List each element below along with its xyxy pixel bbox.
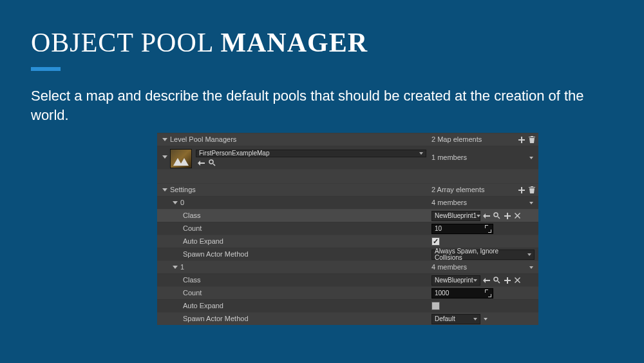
settings-row: Settings 2 Array elements bbox=[157, 183, 538, 196]
chevron-down-icon[interactable] bbox=[529, 157, 533, 159]
browse-icon[interactable] bbox=[208, 159, 216, 167]
page-title: OBJECT POOL MANAGER bbox=[31, 27, 613, 58]
title-bold: MANAGER bbox=[220, 28, 368, 57]
class-value: NewBlueprint1 bbox=[435, 213, 477, 219]
class-label: Class bbox=[183, 277, 201, 284]
svg-point-1 bbox=[494, 213, 498, 217]
entry-index: 1 bbox=[180, 264, 184, 271]
browse-icon[interactable] bbox=[493, 211, 501, 220]
arrow-left-icon[interactable] bbox=[197, 159, 205, 167]
expand-icon[interactable] bbox=[173, 201, 178, 204]
details-panel: Level Pool Managers 2 Map elements First bbox=[157, 133, 538, 325]
auto-expand-checkbox[interactable]: ✓ bbox=[431, 237, 440, 246]
expand-icon[interactable] bbox=[162, 188, 167, 191]
chevron-down-icon bbox=[527, 253, 531, 256]
map-summary: 1 members bbox=[431, 154, 467, 161]
add-icon[interactable] bbox=[517, 186, 526, 194]
chevron-down-icon bbox=[473, 279, 477, 282]
arrow-left-icon[interactable] bbox=[482, 276, 491, 284]
trash-icon[interactable] bbox=[527, 186, 536, 194]
add-icon[interactable] bbox=[503, 211, 511, 220]
spawn-method-dropdown[interactable]: Always Spawn, Ignore Collisions bbox=[431, 250, 535, 260]
browse-icon[interactable] bbox=[493, 276, 501, 284]
class-dropdown[interactable]: NewBlueprint bbox=[431, 275, 480, 286]
count-value: 1000 bbox=[435, 290, 449, 297]
count-row: Count 10 bbox=[157, 222, 538, 235]
auto-expand-checkbox[interactable]: ✓ bbox=[431, 302, 440, 310]
count-label: Count bbox=[183, 225, 202, 232]
count-value: 10 bbox=[435, 226, 442, 232]
class-label: Class bbox=[183, 212, 201, 219]
class-value: NewBlueprint bbox=[435, 277, 473, 284]
svg-point-0 bbox=[209, 160, 213, 164]
entry-summary: 4 members bbox=[431, 264, 467, 271]
class-dropdown[interactable]: NewBlueprint1 bbox=[431, 211, 480, 221]
title-thin: OBJECT POOL bbox=[31, 28, 220, 57]
map-name: FirstPersonExampleMap bbox=[199, 150, 269, 157]
map-dropdown[interactable]: FirstPersonExampleMap bbox=[196, 150, 426, 157]
spacer bbox=[157, 169, 538, 183]
expand-icon[interactable] bbox=[162, 138, 167, 141]
arrow-left-icon[interactable] bbox=[482, 211, 491, 220]
trash-icon[interactable] bbox=[527, 135, 536, 144]
spawn-method-row: Spawn Actor Method Always Spawn, Ignore … bbox=[157, 248, 538, 260]
auto-expand-label: Auto Expand bbox=[183, 302, 223, 309]
auto-expand-row: Auto Expand ✓ bbox=[157, 299, 538, 312]
entry-header-0: 0 4 members bbox=[157, 196, 538, 209]
svg-point-2 bbox=[494, 277, 498, 281]
spawn-method-value: Default bbox=[435, 316, 455, 322]
auto-expand-label: Auto Expand bbox=[183, 238, 223, 245]
map-row: FirstPersonExampleMap 1 members bbox=[157, 146, 538, 169]
expand-corners-icon bbox=[485, 225, 491, 233]
expand-icon[interactable] bbox=[173, 266, 178, 269]
spawn-method-row: Spawn Actor Method Default bbox=[157, 312, 538, 325]
add-icon[interactable] bbox=[503, 276, 511, 284]
add-icon[interactable] bbox=[517, 135, 526, 144]
clear-icon[interactable] bbox=[513, 211, 522, 220]
map-thumbnail bbox=[170, 149, 192, 168]
chevron-down-icon bbox=[477, 215, 480, 217]
entry-header-1: 1 4 members bbox=[157, 260, 538, 273]
header-row: Level Pool Managers 2 Map elements bbox=[157, 133, 538, 146]
settings-label: Settings bbox=[170, 186, 196, 193]
spawn-method-label: Spawn Actor Method bbox=[183, 251, 249, 258]
expand-icon[interactable] bbox=[162, 155, 167, 159]
auto-expand-row: Auto Expand ✓ bbox=[157, 235, 538, 248]
count-input[interactable]: 10 bbox=[431, 224, 493, 234]
subtitle: Select a map and describe the default po… bbox=[31, 86, 613, 124]
class-row: Class NewBlueprint bbox=[157, 273, 538, 286]
header-label: Level Pool Managers bbox=[170, 136, 236, 143]
clear-icon[interactable] bbox=[513, 276, 522, 284]
count-input[interactable]: 1000 bbox=[431, 288, 493, 299]
spawn-method-value: Always Spawn, Ignore Collisions bbox=[435, 248, 527, 261]
chevron-down-icon[interactable] bbox=[529, 202, 533, 204]
count-label: Count bbox=[183, 289, 202, 297]
chevron-down-icon bbox=[419, 152, 423, 155]
spawn-method-dropdown[interactable]: Default bbox=[431, 314, 480, 324]
chevron-down-icon bbox=[473, 318, 477, 320]
chevron-down-icon[interactable] bbox=[529, 266, 533, 269]
header-summary: 2 Map elements bbox=[431, 136, 482, 143]
chevron-down-icon[interactable] bbox=[484, 318, 488, 320]
title-underline bbox=[31, 67, 61, 71]
count-row: Count 1000 bbox=[157, 286, 538, 299]
entry-summary: 4 members bbox=[431, 199, 467, 206]
spawn-method-label: Spawn Actor Method bbox=[183, 315, 249, 322]
expand-corners-icon bbox=[485, 289, 491, 297]
class-row: Class NewBlueprint1 bbox=[157, 209, 538, 222]
entry-index: 0 bbox=[180, 199, 184, 206]
settings-summary: 2 Array elements bbox=[431, 186, 485, 193]
